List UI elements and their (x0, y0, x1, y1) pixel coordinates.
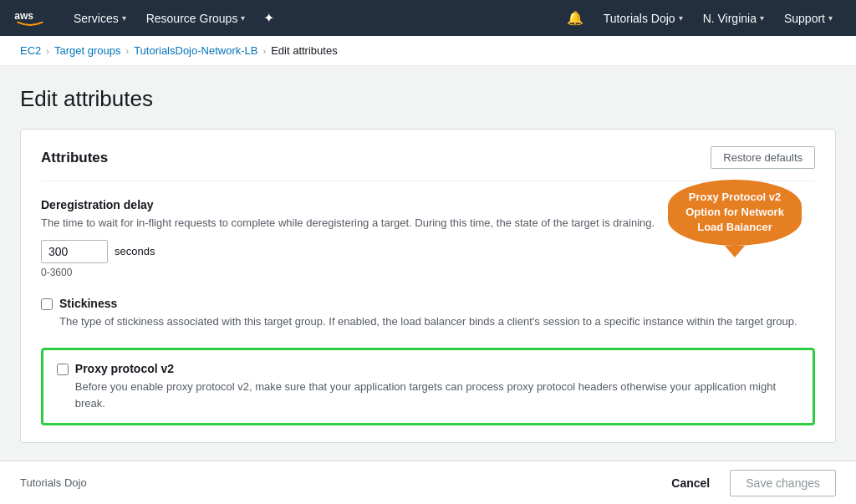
stickiness-label: Stickiness (59, 297, 797, 310)
attributes-card: Proxy Protocol v2 Option for Network Loa… (20, 129, 836, 443)
tutorials-dojo-menu[interactable]: Tutorials Dojo ▾ (594, 0, 693, 36)
services-label: Services (74, 12, 119, 25)
region-label: N. Virginia (703, 12, 757, 25)
breadcrumb-ec2[interactable]: EC2 (20, 44, 41, 57)
proxy-protocol-checkbox[interactable] (57, 364, 69, 375)
breadcrumb-target-groups[interactable]: Target groups (54, 44, 121, 57)
stickiness-content: Stickiness The type of stickiness associ… (59, 297, 797, 330)
resource-groups-chevron-icon: ▾ (241, 13, 245, 23)
breadcrumb-sep-1: › (46, 46, 49, 56)
proxy-protocol-checkbox-row: Proxy protocol v2 Before you enable prox… (57, 362, 799, 411)
deregistration-unit: seconds (115, 245, 155, 257)
deregistration-input-row: seconds (41, 240, 815, 263)
support-label: Support (784, 12, 825, 25)
proxy-protocol-tooltip: Proxy Protocol v2 Option for Network Loa… (668, 180, 802, 246)
tutorials-dojo-chevron-icon: ▾ (679, 13, 683, 23)
footer-actions: Cancel Save changes (661, 470, 836, 496)
stickiness-desc: The type of stickiness associated with t… (59, 313, 797, 330)
stickiness-checkbox[interactable] (41, 298, 53, 310)
notifications-icon[interactable]: 🔔 (557, 0, 594, 36)
services-menu[interactable]: Services ▾ (64, 0, 136, 36)
proxy-protocol-desc: Before you enable proxy protocol v2, mak… (75, 379, 799, 411)
save-changes-button[interactable]: Save changes (730, 470, 836, 496)
breadcrumb: EC2 › Target groups › TutorialsDojo-Netw… (0, 36, 856, 66)
bookmarks-icon[interactable]: ✦ (255, 0, 283, 36)
support-chevron-icon: ▾ (828, 13, 833, 23)
tutorials-dojo-label: Tutorials Dojo (604, 12, 675, 25)
card-title: Attributes (41, 150, 108, 166)
card-header: Attributes Restore defaults (41, 146, 815, 181)
svg-text:aws: aws (14, 9, 33, 21)
breadcrumb-lb-name[interactable]: TutorialsDojo-Network-LB (134, 44, 257, 57)
breadcrumb-current: Edit attributes (271, 44, 338, 57)
stickiness-section: Stickiness The type of stickiness associ… (41, 297, 815, 330)
region-menu[interactable]: N. Virginia ▾ (693, 0, 774, 36)
footer-brand: Tutorials Dojo (20, 476, 87, 489)
proxy-protocol-content: Proxy protocol v2 Before you enable prox… (75, 362, 799, 411)
cancel-button[interactable]: Cancel (661, 471, 720, 495)
restore-defaults-button[interactable]: Restore defaults (711, 146, 815, 169)
resource-groups-label: Resource Groups (146, 12, 238, 25)
nav-right: 🔔 Tutorials Dojo ▾ N. Virginia ▾ Support… (557, 0, 843, 36)
breadcrumb-sep-2: › (125, 46, 129, 56)
support-menu[interactable]: Support ▾ (774, 0, 843, 36)
footer: Tutorials Dojo Cancel Save changes (0, 461, 856, 504)
page-title: Edit attributes (20, 86, 836, 112)
main-content: Edit attributes Proxy Protocol v2 Option… (0, 66, 856, 504)
services-chevron-icon: ▾ (122, 13, 126, 23)
top-navigation: aws Services ▾ Resource Groups ▾ ✦ 🔔 Tut… (0, 0, 856, 36)
deregistration-delay-input[interactable] (41, 240, 108, 263)
resource-groups-menu[interactable]: Resource Groups ▾ (136, 0, 256, 36)
region-chevron-icon: ▾ (760, 13, 764, 23)
aws-logo[interactable]: aws (13, 7, 47, 30)
proxy-protocol-section: Proxy protocol v2 Before you enable prox… (41, 348, 815, 425)
stickiness-checkbox-row: Stickiness The type of stickiness associ… (41, 297, 815, 330)
proxy-protocol-label: Proxy protocol v2 (75, 362, 799, 375)
breadcrumb-sep-3: › (262, 46, 266, 56)
deregistration-range: 0-3600 (41, 267, 815, 278)
